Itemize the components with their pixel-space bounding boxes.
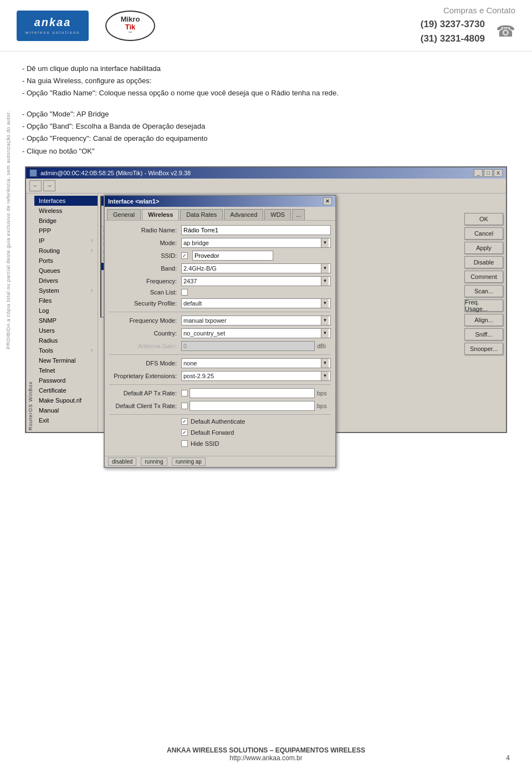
maximize-button[interactable]: □ [484,169,493,177]
country-dropdown-arrow[interactable]: ▼ [321,329,329,338]
frequency-mode-dropdown-arrow[interactable]: ▼ [321,316,329,325]
sidebar-item-log[interactable]: Log [34,306,98,316]
intro-line1: - Dê um clique duplo na interface habili… [22,63,510,75]
antenna-gain-input[interactable] [181,341,315,351]
sidebar-item-make-supout[interactable]: Make Supout.rif [34,395,98,405]
intro-section: - Dê um clique duplo na interface habili… [22,63,510,99]
country-dropdown[interactable]: no_country_set ▼ [181,328,331,338]
proprietary-ext-dropdown[interactable]: post-2.9.25 ▼ [181,371,331,381]
freq-usage-button[interactable]: Freq. Usage... [464,299,503,312]
band-label: Band: [109,265,181,272]
status-running-ap: running ap [172,457,206,466]
dfs-mode-dropdown-arrow[interactable]: ▼ [321,359,329,368]
dialog-close-button[interactable]: ✕ [323,197,332,205]
default-forward-label: Default Forward [191,429,234,436]
default-client-tx-input[interactable] [190,401,315,411]
ok-button[interactable]: OK [464,213,503,225]
footer-page: 4 [506,754,510,762]
close-button[interactable]: X [494,169,503,177]
sidebar-item-ports[interactable]: Ports [34,256,98,266]
minimize-button[interactable]: _ [474,169,483,177]
default-ap-tx-checkbox[interactable] [181,390,188,396]
sidebar-item-routing[interactable]: Routing↑ [34,246,98,256]
routeros-label: RouterOS WinBox [26,194,34,432]
footer-line2: http://www.ankaa.com.br [0,754,532,762]
mode-label: Mode: [109,240,181,246]
sidebar-item-manual[interactable]: Manual [34,405,98,415]
align-button[interactable]: Align... [464,314,503,326]
tab-general[interactable]: General [107,209,141,220]
band-dropdown-arrow[interactable]: ▼ [321,264,329,273]
window-controls[interactable]: _ □ X [474,169,503,177]
tab-wireless[interactable]: Wireless [142,209,179,220]
sidebar-item-ip[interactable]: IP↑ [34,236,98,246]
frequency-mode-dropdown[interactable]: manual txpower ▼ [181,316,331,326]
mode-dropdown-arrow[interactable]: ▼ [321,238,329,247]
hide-ssid-checkbox[interactable] [181,440,188,447]
scan-list-row: Scan List: [109,289,331,296]
mode-dropdown[interactable]: ap bridge ▼ [181,238,331,248]
band-dropdown[interactable]: 2.4GHz-B/G ▼ [181,263,331,273]
tab-data-rates[interactable]: Data Rates [180,209,223,220]
sniff-button[interactable]: Sniff... [464,328,503,340]
sidebar-item-ppp[interactable]: PPP [34,226,98,236]
ssid-checkbox[interactable] [181,252,188,259]
sidebar-item-radius[interactable]: Radius [34,335,98,345]
sidebar-item-users[interactable]: Users [34,326,98,335]
page-header: ankaa wireless solutions Mikro Tik ™ Com… [0,0,532,52]
default-authenticate-checkbox[interactable] [181,418,188,425]
dfs-mode-row: DFS Mode: none ▼ [109,358,331,368]
sidebar-item-telnet[interactable]: Telnet [34,365,98,375]
comment-button[interactable]: Comment [464,271,503,283]
apply-button[interactable]: Apply [464,242,503,254]
tab-more[interactable]: ... [292,209,305,220]
sidebar-item-exit[interactable]: Exit [34,415,98,425]
scan-list-checkbox[interactable] [181,289,188,296]
frequency-dropdown-arrow[interactable]: ▼ [321,277,329,286]
sidebar-item-new-terminal[interactable]: New Terminal [34,355,98,365]
security-profile-dropdown[interactable]: default ▼ [181,298,331,308]
ssid-input[interactable] [192,251,273,261]
security-profile-value: default [183,300,202,307]
cancel-button[interactable]: Cancel [464,227,503,240]
dfs-mode-label: DFS Mode: [109,360,181,367]
default-forward-checkbox[interactable] [181,429,188,436]
security-profile-dropdown-arrow[interactable]: ▼ [321,299,329,308]
default-ap-tx-input[interactable] [190,388,315,398]
frequency-row: Frequency: 2437 ▼ [109,276,331,286]
dfs-mode-dropdown[interactable]: none ▼ [181,358,331,368]
sidebar-item-drivers[interactable]: Drivers [34,276,98,286]
proprietary-ext-dropdown-arrow[interactable]: ▼ [321,372,329,380]
sidebar-item-certificate[interactable]: Certificate [34,385,98,395]
winbox-icon [29,169,37,177]
disable-button[interactable]: Disable [464,256,503,268]
sidebar-item-bridge[interactable]: Bridge [34,216,98,226]
sidebar-item-system[interactable]: System↑ [34,286,98,296]
sidebar-item-snmp[interactable]: SNMP [34,316,98,326]
forward-button[interactable]: → [43,180,55,191]
hide-ssid-label: Hide SSID [191,440,219,447]
winbox-title: admin@00:0C:42:0B:58:25 (MikroTik) - Win… [40,170,191,176]
back-button[interactable]: ← [29,180,42,191]
tab-advanced[interactable]: Advanced [224,209,263,220]
dialog-title-text: Interface <wlan1> [108,198,159,205]
radio-name-label: Radio Name: [109,227,181,233]
sidebar-item-interfaces[interactable]: Interfaces [34,196,98,206]
sidebar-item-queues[interactable]: Queues [34,266,98,276]
sidebar-item-tools[interactable]: Tools↑ [34,345,98,355]
sidebar-item-wireless[interactable]: Wireless [34,206,98,216]
sidebar: Interfaces Wireless Bridge PPP IP↑ Routi… [34,194,98,432]
scan-button[interactable]: Scan... [464,285,503,297]
tab-wds[interactable]: WDS [264,209,291,220]
winbox-window: admin@00:0C:42:0B:58:25 (MikroTik) - Win… [25,166,507,433]
sidebar-item-password[interactable]: Password [34,375,98,385]
default-client-tx-checkbox[interactable] [181,403,188,409]
dfs-mode-value: none [183,360,197,367]
dialog-form: Radio Name: Mode: ap bridge ▼ [105,220,335,456]
frequency-dropdown[interactable]: 2437 ▼ [181,276,331,286]
snooper-button[interactable]: Snooper... [464,343,503,355]
content-pane: ■ Interface +▼ − Name [98,194,506,432]
sidebar-item-files[interactable]: Files [34,296,98,306]
default-authenticate-row: Default Authenticate [109,418,331,426]
radio-name-input[interactable] [181,225,331,235]
